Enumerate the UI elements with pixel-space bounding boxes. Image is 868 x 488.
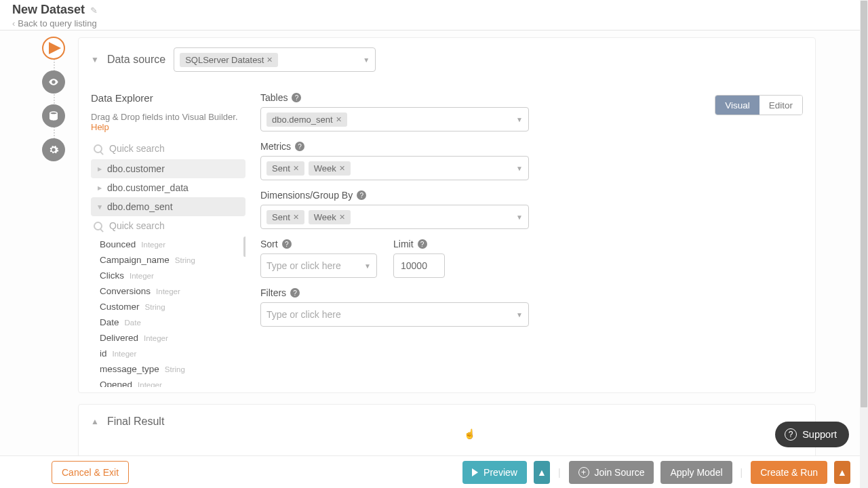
chevron-up-icon: ▲ xyxy=(537,467,547,478)
create-run-button[interactable]: Create & Run xyxy=(751,461,827,484)
field-message-type[interactable]: message_typeString xyxy=(92,361,245,377)
help-icon[interactable]: ? xyxy=(292,93,301,102)
field-conversions[interactable]: ConversionsInteger xyxy=(92,283,245,299)
field-id[interactable]: idInteger xyxy=(92,346,245,361)
tables-select[interactable]: dbo.demo_sent✕ ▼ xyxy=(260,107,529,131)
chevron-down-icon[interactable]: ▼ xyxy=(516,116,523,123)
table-item-customer-data[interactable]: ▶dbo.customer_data xyxy=(91,178,245,197)
chevron-down-icon[interactable]: ▼ xyxy=(363,56,370,64)
filters-placeholder: Type or click here xyxy=(267,309,341,320)
field-bounced[interactable]: BouncedInteger xyxy=(92,237,245,252)
back-link[interactable]: ‹Back to query listing xyxy=(12,18,848,28)
join-source-button[interactable]: +Join Source xyxy=(569,461,654,484)
mode-editor[interactable]: Editor xyxy=(760,96,802,115)
field-opened[interactable]: OpenedInteger xyxy=(92,377,245,387)
remove-dim-icon[interactable]: ✕ xyxy=(339,213,345,222)
collapse-datasource-icon[interactable]: ▼ xyxy=(91,55,99,64)
metric-tag-sent: Sent✕ xyxy=(267,161,304,176)
apply-model-button[interactable]: Apply Model xyxy=(660,461,732,484)
dim-tag-week: Week✕ xyxy=(309,210,351,224)
metric-tag-week: Week✕ xyxy=(309,161,351,176)
preview-more-button[interactable]: ▲ xyxy=(534,461,550,484)
filters-select[interactable]: Type or click here ▼ xyxy=(260,302,529,327)
sort-select[interactable]: Type or click here ▼ xyxy=(260,253,377,278)
table-list: ▶dbo.customer ▶dbo.customer_data ▶dbo.de… xyxy=(91,159,245,216)
field-clicks[interactable]: ClicksInteger xyxy=(92,268,245,283)
datasource-label: Data source xyxy=(107,54,165,66)
collapse-final-icon[interactable]: ▲ xyxy=(91,417,99,426)
filters-label: Filters xyxy=(260,287,286,298)
table-item-customer[interactable]: ▶dbo.customer xyxy=(91,159,245,178)
field-customer[interactable]: CustomerString xyxy=(92,299,245,314)
field-search[interactable]: Quick search xyxy=(91,216,245,237)
table-search[interactable]: Quick search xyxy=(91,139,245,159)
search-icon xyxy=(94,144,102,153)
step-rail xyxy=(42,37,66,192)
explorer-title: Data Explorer xyxy=(91,92,245,104)
step-settings[interactable] xyxy=(42,138,65,161)
chevron-down-icon[interactable]: ▼ xyxy=(364,262,371,270)
support-label: Support xyxy=(802,429,837,440)
remove-metric-icon[interactable]: ✕ xyxy=(339,164,345,173)
caret-down-icon: ▶ xyxy=(97,205,103,209)
database-icon xyxy=(48,110,59,121)
field-date[interactable]: DateDate xyxy=(92,314,245,330)
mode-toggle: Visual Editor xyxy=(715,95,803,115)
sort-label: Sort xyxy=(260,239,278,249)
help-circle-icon: ? xyxy=(785,428,797,441)
support-button[interactable]: ? Support xyxy=(775,422,849,447)
final-result-title: Final Result xyxy=(107,415,164,428)
dimensions-select[interactable]: Sent✕ Week✕ ▼ xyxy=(260,205,529,229)
chevron-down-icon[interactable]: ▼ xyxy=(516,214,523,221)
search-placeholder: Quick search xyxy=(109,143,165,154)
limit-label: Limit xyxy=(393,239,414,249)
footer-bar: Cancel & Exit Preview ▲ | +Join Source A… xyxy=(0,455,860,488)
help-icon[interactable]: ? xyxy=(282,239,292,249)
play-icon xyxy=(472,468,478,476)
tables-tag: dbo.demo_sent✕ xyxy=(267,113,347,127)
field-scrollbar[interactable] xyxy=(243,237,245,257)
explorer-subtitle: Drag & Drop fields into Visual Builder. … xyxy=(91,112,245,132)
eye-icon xyxy=(48,77,59,87)
body-area: Data Explorer Drag & Drop fields into Vi… xyxy=(79,80,815,88)
mode-visual[interactable]: Visual xyxy=(715,96,760,115)
remove-table-icon[interactable]: ✕ xyxy=(336,115,342,124)
field-campaign-name[interactable]: Campaign_nameString xyxy=(92,252,245,268)
edit-title-icon[interactable]: ✎ xyxy=(90,5,98,16)
metrics-select[interactable]: Sent✕ Week✕ ▼ xyxy=(260,156,529,180)
help-icon[interactable]: ? xyxy=(290,288,300,298)
datasource-select[interactable]: SQLServer Datatest✕ ▼ xyxy=(174,47,376,72)
tables-label: Tables xyxy=(260,92,288,103)
chevron-down-icon[interactable]: ▼ xyxy=(516,165,523,172)
field-delivered[interactable]: DeliveredInteger xyxy=(92,330,245,346)
help-icon[interactable]: ? xyxy=(418,239,427,249)
remove-dim-icon[interactable]: ✕ xyxy=(293,213,299,222)
chevron-up-icon: ▲ xyxy=(837,467,847,478)
data-explorer: Data Explorer Drag & Drop fields into Vi… xyxy=(91,92,245,387)
gear-icon xyxy=(48,144,59,155)
create-more-button[interactable]: ▲ xyxy=(834,461,850,484)
table-item-demo-sent[interactable]: ▶dbo.demo_sent xyxy=(91,197,245,216)
step-source[interactable] xyxy=(42,37,65,60)
caret-right-icon: ▶ xyxy=(98,185,102,191)
plus-circle-icon: + xyxy=(578,467,589,478)
remove-datasource-icon[interactable]: ✕ xyxy=(267,56,273,64)
caret-right-icon: ▶ xyxy=(98,166,102,172)
chevron-left-icon: ‹ xyxy=(12,18,15,28)
chevron-down-icon[interactable]: ▼ xyxy=(516,311,523,319)
cancel-button[interactable]: Cancel & Exit xyxy=(52,461,129,484)
preview-button[interactable]: Preview xyxy=(462,461,527,484)
help-link[interactable]: Help xyxy=(91,122,109,132)
limit-input[interactable] xyxy=(393,253,445,278)
search-icon xyxy=(94,222,102,230)
search-placeholder: Quick search xyxy=(109,220,165,231)
page-scrollbar[interactable] xyxy=(860,0,868,488)
remove-metric-icon[interactable]: ✕ xyxy=(293,164,299,173)
step-data[interactable] xyxy=(42,104,65,127)
scrollbar-thumb[interactable] xyxy=(861,1,867,407)
step-preview[interactable] xyxy=(42,70,65,94)
help-icon[interactable]: ? xyxy=(295,142,304,151)
separator: | xyxy=(557,467,562,478)
datasource-header: ▼ Data source SQLServer Datatest✕ ▼ xyxy=(79,38,815,80)
help-icon[interactable]: ? xyxy=(357,190,366,200)
